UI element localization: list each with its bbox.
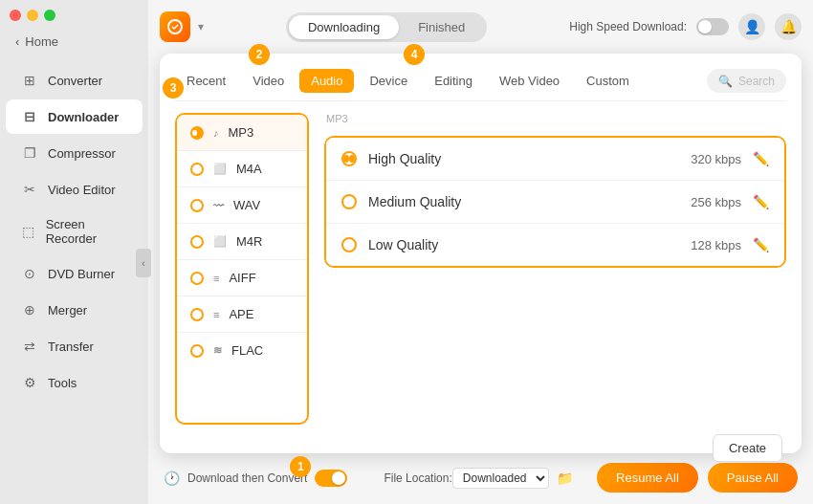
- tab-device[interactable]: Device: [358, 69, 419, 93]
- format-wav[interactable]: 〰 WAV: [177, 187, 307, 224]
- format-mp3[interactable]: ♪ MP3: [177, 115, 307, 151]
- screen-recorder-icon: ⬚: [21, 223, 36, 240]
- ape-label: APE: [229, 307, 253, 321]
- tab-custom[interactable]: Custom: [575, 69, 641, 93]
- app-dropdown-arrow[interactable]: ▾: [198, 20, 204, 33]
- flac-icon: ≋: [213, 344, 222, 357]
- topbar-right: High Speed Download: 👤 🔔: [569, 13, 802, 40]
- folder-icon[interactable]: 📁: [557, 471, 573, 486]
- mp3-label: MP3: [229, 125, 254, 140]
- sidebar-item-video-editor[interactable]: ✂ Video Editor: [6, 172, 143, 207]
- format-list: ♪ MP3 ⬜ M4A 〰 WAV: [175, 113, 309, 425]
- step-badge-2: 2: [249, 44, 270, 65]
- format-aiff[interactable]: ≡ AIFF: [177, 260, 307, 296]
- maximize-button[interactable]: [44, 10, 55, 21]
- medium-quality-edit-icon[interactable]: ✏️: [753, 194, 769, 209]
- low-quality-bitrate: 128 kbps: [691, 238, 741, 252]
- flac-radio[interactable]: [190, 344, 204, 358]
- help-icon[interactable]: 🔔: [775, 13, 802, 40]
- low-quality-edit-icon[interactable]: ✏️: [753, 237, 769, 252]
- m4r-icon: ⬜: [213, 235, 227, 248]
- search-box[interactable]: 🔍 Search: [707, 69, 786, 93]
- mp3-icon: ♪: [213, 127, 219, 139]
- tab-group: Downloading Finished: [286, 12, 487, 42]
- sidebar-label-video-editor: Video Editor: [48, 183, 116, 197]
- medium-quality-radio[interactable]: [341, 194, 357, 209]
- tab-downloading[interactable]: Downloading: [289, 15, 399, 39]
- user-icon[interactable]: 👤: [738, 13, 765, 40]
- search-placeholder: Search: [738, 75, 775, 88]
- high-speed-toggle[interactable]: [696, 18, 729, 35]
- download-convert-label: Download then Convert: [187, 471, 307, 485]
- quality-medium[interactable]: Medium Quality 256 kbps ✏️: [326, 181, 784, 224]
- minimize-button[interactable]: [27, 10, 38, 21]
- close-button[interactable]: [10, 10, 21, 21]
- format-ape[interactable]: ≡ APE: [177, 296, 307, 333]
- pause-all-button[interactable]: Pause All: [708, 463, 798, 493]
- tab-editing[interactable]: Editing: [423, 69, 484, 93]
- sidebar-item-screen-recorder[interactable]: ⬚ Screen Recorder: [6, 208, 143, 254]
- aiff-radio[interactable]: [190, 272, 204, 285]
- resume-all-button[interactable]: Resume All: [597, 463, 698, 493]
- high-quality-edit-icon[interactable]: ✏️: [753, 151, 769, 166]
- sidebar-item-dvd-burner[interactable]: ⊙ DVD Burner: [6, 256, 143, 291]
- sidebar-item-transfer[interactable]: ⇄ Transfer: [6, 329, 143, 363]
- m4a-radio[interactable]: [190, 163, 204, 176]
- tab-audio[interactable]: Audio: [299, 69, 354, 93]
- tab-recent[interactable]: Recent: [175, 69, 237, 93]
- sidebar-label-merger: Merger: [48, 303, 87, 318]
- ape-radio[interactable]: [190, 308, 204, 321]
- quality-high[interactable]: High Quality 320 kbps ✏️: [326, 138, 784, 181]
- file-location-label: File Location:: [384, 471, 451, 485]
- wav-icon: 〰: [213, 200, 224, 211]
- sidebar-item-merger[interactable]: ⊕ Merger: [6, 293, 143, 327]
- mp3-radio[interactable]: [190, 126, 204, 140]
- downloader-icon: ⊟: [21, 108, 38, 125]
- format-tabs: Recent Video Audio Device Editing Web Vi…: [175, 69, 786, 101]
- sidebar-label-downloader: Downloader: [48, 110, 119, 124]
- tab-finished[interactable]: Finished: [399, 15, 484, 39]
- download-convert-toggle[interactable]: [315, 470, 347, 487]
- sidebar-item-compressor[interactable]: ❐ Compressor: [6, 136, 143, 170]
- sidebar: ‹ Home ⊞ Converter ⊟ Downloader ❐ Compre…: [0, 0, 148, 504]
- sidebar-label-screen-recorder: Screen Recorder: [46, 217, 127, 246]
- high-quality-label: High Quality: [368, 151, 691, 166]
- dvd-burner-icon: ⊙: [21, 265, 38, 282]
- wav-radio[interactable]: [190, 199, 204, 212]
- sidebar-item-downloader[interactable]: ⊟ Downloader: [6, 99, 143, 134]
- bottom-bar: 🕐 Download then Convert 1 File Location:…: [160, 463, 802, 493]
- sidebar-item-converter[interactable]: ⊞ Converter: [6, 63, 143, 98]
- sidebar-collapse-button[interactable]: ‹: [136, 249, 151, 277]
- aiff-icon: ≡: [213, 273, 219, 284]
- create-button[interactable]: Create: [713, 434, 782, 462]
- sidebar-item-tools[interactable]: ⚙ Tools: [6, 365, 143, 400]
- m4r-label: M4R: [236, 234, 262, 249]
- quality-low[interactable]: Low Quality 128 kbps ✏️: [326, 224, 784, 266]
- format-modal: Recent Video Audio Device Editing Web Vi…: [160, 54, 802, 453]
- file-location-select[interactable]: Downloaded: [452, 468, 549, 489]
- high-quality-radio[interactable]: [341, 151, 357, 166]
- low-quality-label: Low Quality: [368, 237, 691, 252]
- app-icon: [160, 11, 190, 42]
- m4a-icon: ⬜: [213, 163, 227, 175]
- transfer-icon: ⇄: [21, 338, 38, 355]
- tab-video[interactable]: Video: [241, 69, 296, 93]
- topbar: ▾ Downloading Finished High Speed Downlo…: [160, 11, 802, 42]
- ape-icon: ≡: [213, 309, 219, 320]
- main-content: ▾ Downloading Finished High Speed Downlo…: [148, 0, 813, 504]
- sidebar-label-converter: Converter: [48, 74, 102, 88]
- format-m4a[interactable]: ⬜ M4A: [177, 151, 307, 187]
- format-m4r[interactable]: ⬜ M4R: [177, 224, 307, 260]
- wav-label: WAV: [233, 198, 260, 212]
- sidebar-home[interactable]: ‹ Home: [0, 29, 148, 55]
- video-editor-icon: ✂: [21, 181, 38, 198]
- traffic-lights: [10, 10, 55, 21]
- merger-icon: ⊕: [21, 301, 38, 318]
- quality-options: High Quality 320 kbps ✏️ Medium Quality …: [324, 136, 786, 268]
- quality-panel: MP3 High Quality 320 kbps ✏️ Medium Qual…: [324, 113, 786, 425]
- format-flac[interactable]: ≋ FLAC: [177, 333, 307, 368]
- m4a-label: M4A: [236, 162, 262, 176]
- low-quality-radio[interactable]: [341, 237, 357, 252]
- tab-web-video[interactable]: Web Video: [488, 69, 571, 93]
- m4r-radio[interactable]: [190, 235, 204, 249]
